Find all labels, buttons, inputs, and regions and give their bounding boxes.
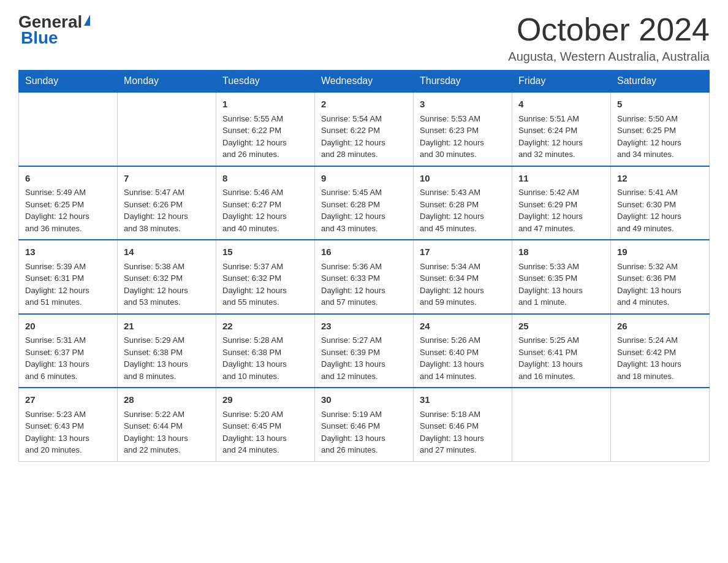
day-info-16: Sunrise: 5:36 AM Sunset: 6:33 PM Dayligh… [321, 261, 407, 308]
day-info-13: Sunrise: 5:39 AM Sunset: 6:31 PM Dayligh… [25, 261, 111, 308]
calendar-cell-w2-d4: 9Sunrise: 5:45 AM Sunset: 6:28 PM Daylig… [315, 166, 414, 240]
day-info-26: Sunrise: 5:24 AM Sunset: 6:42 PM Dayligh… [617, 334, 703, 382]
day-number-17: 17 [420, 245, 506, 259]
day-number-19: 19 [617, 245, 703, 259]
day-number-4: 4 [518, 98, 604, 112]
day-info-22: Sunrise: 5:28 AM Sunset: 6:38 PM Dayligh… [222, 334, 308, 382]
calendar-cell-w1-d3: 1Sunrise: 5:55 AM Sunset: 6:22 PM Daylig… [216, 92, 315, 166]
calendar-cell-w4-d5: 24Sunrise: 5:26 AM Sunset: 6:40 PM Dayli… [414, 314, 512, 388]
calendar-cell-w2-d2: 7Sunrise: 5:47 AM Sunset: 6:26 PM Daylig… [118, 166, 216, 240]
day-info-27: Sunrise: 5:23 AM Sunset: 6:43 PM Dayligh… [25, 408, 111, 456]
day-info-30: Sunrise: 5:19 AM Sunset: 6:46 PM Dayligh… [321, 408, 407, 456]
calendar-cell-w2-d1: 6Sunrise: 5:49 AM Sunset: 6:25 PM Daylig… [19, 166, 118, 240]
day-number-1: 1 [222, 98, 308, 112]
day-info-24: Sunrise: 5:26 AM Sunset: 6:40 PM Dayligh… [420, 334, 506, 382]
calendar-cell-w1-d7: 5Sunrise: 5:50 AM Sunset: 6:25 PM Daylig… [611, 92, 710, 166]
day-info-28: Sunrise: 5:22 AM Sunset: 6:44 PM Dayligh… [124, 408, 210, 456]
day-number-27: 27 [25, 393, 111, 407]
day-info-31: Sunrise: 5:18 AM Sunset: 6:46 PM Dayligh… [420, 408, 506, 456]
calendar-week-5: 27Sunrise: 5:23 AM Sunset: 6:43 PM Dayli… [19, 388, 710, 461]
day-info-7: Sunrise: 5:47 AM Sunset: 6:26 PM Dayligh… [124, 186, 210, 234]
calendar-cell-w4-d2: 21Sunrise: 5:29 AM Sunset: 6:38 PM Dayli… [118, 314, 216, 388]
calendar-cell-w1-d4: 2Sunrise: 5:54 AM Sunset: 6:22 PM Daylig… [315, 92, 414, 166]
logo-triangle-icon [84, 15, 90, 26]
calendar-week-4: 20Sunrise: 5:31 AM Sunset: 6:37 PM Dayli… [19, 314, 710, 388]
calendar-cell-w3-d7: 19Sunrise: 5:32 AM Sunset: 6:36 PM Dayli… [611, 240, 710, 314]
calendar-cell-w4-d3: 22Sunrise: 5:28 AM Sunset: 6:38 PM Dayli… [216, 314, 315, 388]
calendar-cell-w1-d2 [118, 92, 216, 166]
calendar-cell-w3-d2: 14Sunrise: 5:38 AM Sunset: 6:32 PM Dayli… [118, 240, 216, 314]
calendar-cell-w3-d3: 15Sunrise: 5:37 AM Sunset: 6:32 PM Dayli… [216, 240, 315, 314]
calendar-table: SundayMondayTuesdayWednesdayThursdayFrid… [18, 70, 710, 462]
day-info-10: Sunrise: 5:43 AM Sunset: 6:28 PM Dayligh… [420, 186, 506, 234]
day-info-11: Sunrise: 5:42 AM Sunset: 6:29 PM Dayligh… [518, 186, 604, 234]
calendar-week-2: 6Sunrise: 5:49 AM Sunset: 6:25 PM Daylig… [19, 166, 710, 240]
day-info-1: Sunrise: 5:55 AM Sunset: 6:22 PM Dayligh… [222, 113, 308, 161]
calendar-cell-w5-d3: 29Sunrise: 5:20 AM Sunset: 6:45 PM Dayli… [216, 388, 315, 461]
day-info-9: Sunrise: 5:45 AM Sunset: 6:28 PM Dayligh… [321, 186, 407, 234]
day-number-7: 7 [124, 172, 210, 186]
day-number-15: 15 [222, 245, 308, 259]
calendar-cell-w3-d4: 16Sunrise: 5:36 AM Sunset: 6:33 PM Dayli… [315, 240, 414, 314]
day-number-11: 11 [518, 172, 604, 186]
day-number-24: 24 [420, 320, 506, 334]
calendar-cell-w4-d4: 23Sunrise: 5:27 AM Sunset: 6:39 PM Dayli… [315, 314, 414, 388]
calendar-cell-w4-d1: 20Sunrise: 5:31 AM Sunset: 6:37 PM Dayli… [19, 314, 118, 388]
day-info-4: Sunrise: 5:51 AM Sunset: 6:24 PM Dayligh… [518, 113, 604, 161]
header-day-wednesday: Wednesday [315, 71, 414, 93]
header-day-friday: Friday [512, 71, 611, 93]
day-info-5: Sunrise: 5:50 AM Sunset: 6:25 PM Dayligh… [617, 113, 703, 161]
day-number-8: 8 [222, 172, 308, 186]
day-number-25: 25 [518, 320, 604, 334]
calendar-cell-w2-d5: 10Sunrise: 5:43 AM Sunset: 6:28 PM Dayli… [414, 166, 512, 240]
day-number-28: 28 [124, 393, 210, 407]
day-number-26: 26 [617, 320, 703, 334]
day-number-23: 23 [321, 320, 407, 334]
calendar-cell-w4-d7: 26Sunrise: 5:24 AM Sunset: 6:42 PM Dayli… [611, 314, 710, 388]
day-number-2: 2 [321, 98, 407, 112]
header-day-tuesday: Tuesday [216, 71, 315, 93]
logo: General Blue [18, 12, 90, 48]
location-title: Augusta, Western Australia, Australia [508, 50, 710, 64]
day-number-12: 12 [617, 172, 703, 186]
day-number-30: 30 [321, 393, 407, 407]
page-header: General Blue October 2024 Augusta, Weste… [18, 12, 710, 64]
calendar-cell-w5-d7 [611, 388, 710, 461]
day-number-9: 9 [321, 172, 407, 186]
calendar-header-row: SundayMondayTuesdayWednesdayThursdayFrid… [19, 71, 710, 93]
day-info-6: Sunrise: 5:49 AM Sunset: 6:25 PM Dayligh… [25, 186, 111, 234]
day-number-13: 13 [25, 245, 111, 259]
day-info-17: Sunrise: 5:34 AM Sunset: 6:34 PM Dayligh… [420, 261, 506, 308]
day-number-20: 20 [25, 320, 111, 334]
calendar-cell-w5-d5: 31Sunrise: 5:18 AM Sunset: 6:46 PM Dayli… [414, 388, 512, 461]
day-info-29: Sunrise: 5:20 AM Sunset: 6:45 PM Dayligh… [222, 408, 308, 456]
day-info-20: Sunrise: 5:31 AM Sunset: 6:37 PM Dayligh… [25, 334, 111, 382]
calendar-cell-w5-d1: 27Sunrise: 5:23 AM Sunset: 6:43 PM Dayli… [19, 388, 118, 461]
calendar-week-3: 13Sunrise: 5:39 AM Sunset: 6:31 PM Dayli… [19, 240, 710, 314]
day-info-23: Sunrise: 5:27 AM Sunset: 6:39 PM Dayligh… [321, 334, 407, 382]
day-number-10: 10 [420, 172, 506, 186]
day-number-22: 22 [222, 320, 308, 334]
calendar-cell-w2-d7: 12Sunrise: 5:41 AM Sunset: 6:30 PM Dayli… [611, 166, 710, 240]
calendar-week-1: 1Sunrise: 5:55 AM Sunset: 6:22 PM Daylig… [19, 92, 710, 166]
calendar-cell-w2-d3: 8Sunrise: 5:46 AM Sunset: 6:27 PM Daylig… [216, 166, 315, 240]
day-info-3: Sunrise: 5:53 AM Sunset: 6:23 PM Dayligh… [420, 113, 506, 161]
header-day-sunday: Sunday [19, 71, 118, 93]
day-number-14: 14 [124, 245, 210, 259]
calendar-cell-w1-d1 [19, 92, 118, 166]
calendar-cell-w5-d4: 30Sunrise: 5:19 AM Sunset: 6:46 PM Dayli… [315, 388, 414, 461]
day-number-31: 31 [420, 393, 506, 407]
day-number-3: 3 [420, 98, 506, 112]
day-info-8: Sunrise: 5:46 AM Sunset: 6:27 PM Dayligh… [222, 186, 308, 234]
day-info-21: Sunrise: 5:29 AM Sunset: 6:38 PM Dayligh… [124, 334, 210, 382]
day-number-5: 5 [617, 98, 703, 112]
day-info-12: Sunrise: 5:41 AM Sunset: 6:30 PM Dayligh… [617, 186, 703, 234]
day-number-21: 21 [124, 320, 210, 334]
day-info-19: Sunrise: 5:32 AM Sunset: 6:36 PM Dayligh… [617, 261, 703, 308]
day-number-29: 29 [222, 393, 308, 407]
day-number-18: 18 [518, 245, 604, 259]
day-info-15: Sunrise: 5:37 AM Sunset: 6:32 PM Dayligh… [222, 261, 308, 308]
calendar-cell-w3-d6: 18Sunrise: 5:33 AM Sunset: 6:35 PM Dayli… [512, 240, 611, 314]
day-number-16: 16 [321, 245, 407, 259]
calendar-cell-w2-d6: 11Sunrise: 5:42 AM Sunset: 6:29 PM Dayli… [512, 166, 611, 240]
